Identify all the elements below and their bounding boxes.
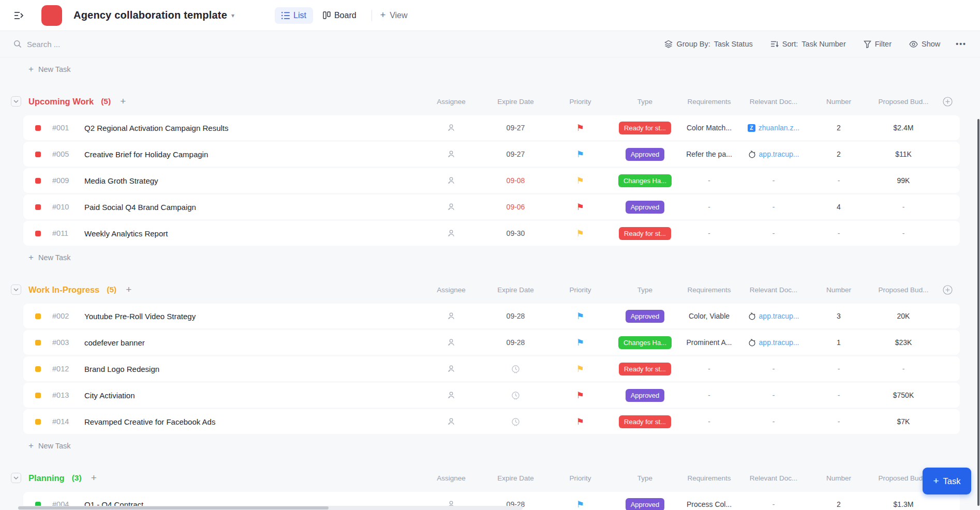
add-view-button[interactable]: + View [380,10,408,21]
number-cell[interactable]: 4 [806,203,871,211]
chevron-down-icon[interactable]: ▾ [231,12,234,19]
task-row[interactable]: #003codefever banner09-28⚑Changes Ha...P… [23,330,960,355]
relevant-doc-cell[interactable]: - [741,229,806,237]
priority-cell[interactable]: ⚑ [548,176,613,185]
assignee-cell[interactable] [419,338,483,347]
doc-link[interactable]: app.tracup... [748,312,799,320]
requirements-cell[interactable]: - [677,229,741,237]
type-badge[interactable]: Ready for st... [619,415,671,428]
number-cell[interactable]: 2 [806,124,871,132]
task-row[interactable]: #001Q2 Regional Activation Campaign Resu… [23,115,960,140]
type-badge[interactable]: Approved [626,389,665,402]
proposed-budget-cell[interactable]: $7K [871,417,936,426]
type-cell[interactable]: Changes Ha... [613,336,677,349]
type-cell[interactable]: Approved [613,310,677,323]
expire-date-cell[interactable]: 09-08 [483,176,548,185]
proposed-budget-cell[interactable]: - [871,203,936,211]
priority-cell[interactable]: ⚑ [548,391,613,400]
type-badge[interactable]: Changes Ha... [618,174,672,187]
requirements-cell[interactable]: Color Match... [677,124,741,132]
priority-cell[interactable]: ⚑ [548,229,613,238]
priority-cell[interactable]: ⚑ [548,203,613,212]
relevant-doc-cell[interactable]: - [741,176,806,185]
number-cell[interactable]: 3 [806,312,871,320]
proposed-budget-cell[interactable]: - [871,365,936,373]
more-options-icon[interactable]: ••• [956,40,967,48]
requirements-cell[interactable]: - [677,391,741,399]
add-task-to-group-button[interactable]: + [126,284,131,295]
requirements-cell[interactable]: - [677,176,741,185]
assignee-cell[interactable] [419,202,483,212]
relevant-doc-cell[interactable]: app.tracup... [741,150,806,158]
type-cell[interactable]: Ready for st... [613,122,677,134]
tab-board[interactable]: Board [316,7,363,24]
requirements-cell[interactable]: - [677,365,741,373]
type-cell[interactable]: Ready for st... [613,363,677,376]
group-by-control[interactable]: Group By: Task Status [664,40,752,48]
task-row[interactable]: #013City Activiation⚑Approved---$750K [23,383,960,408]
filter-button[interactable]: Filter [864,40,892,48]
requirements-cell[interactable]: - [677,203,741,211]
assignee-cell[interactable] [419,311,483,321]
task-row[interactable]: #014Revamped Creative for Facebook Ads⚑R… [23,409,960,434]
assignee-cell[interactable] [419,123,483,132]
relevant-doc-cell[interactable]: app.tracup... [741,312,806,320]
proposed-budget-cell[interactable]: 99K [871,176,936,185]
type-badge[interactable]: Ready for st... [619,227,671,240]
type-cell[interactable]: Approved [613,389,677,402]
add-task-to-group-button[interactable]: + [91,472,97,484]
expire-date-cell[interactable]: 09-30 [483,229,548,237]
collapse-group-button[interactable] [11,284,21,295]
type-cell[interactable]: Approved [613,148,677,161]
proposed-budget-cell[interactable]: $23K [871,338,936,347]
expire-date-cell[interactable] [483,417,548,426]
relevant-doc-cell[interactable]: - [741,500,806,508]
add-column-button[interactable] [936,285,960,295]
horizontal-scrollbar[interactable] [18,506,329,509]
proposed-budget-cell[interactable]: $1.3M [871,500,936,508]
priority-cell[interactable]: ⚑ [548,312,613,321]
task-row[interactable]: #009Media Groth Strategy09-08⚑Changes Ha… [23,168,960,193]
project-logo[interactable] [41,5,62,26]
relevant-doc-cell[interactable]: - [741,365,806,373]
assignee-cell[interactable] [419,229,483,238]
new-task-button-top[interactable]: +New Task [28,62,71,77]
type-badge[interactable]: Ready for st... [619,122,671,134]
relevant-doc-cell[interactable]: - [741,203,806,211]
priority-cell[interactable]: ⚑ [548,500,613,509]
proposed-budget-cell[interactable]: $750K [871,391,936,399]
proposed-budget-cell[interactable]: $2.4M [871,124,936,132]
task-row[interactable]: #011Weekly Analytics Report09-30⚑Ready f… [23,221,960,246]
type-cell[interactable]: Approved [613,201,677,214]
type-badge[interactable]: Approved [626,310,665,323]
task-row[interactable]: #005Creative Brief for Holiday Campagin0… [23,142,960,167]
relevant-doc-cell[interactable]: - [741,391,806,399]
collapse-group-button[interactable] [11,473,21,483]
doc-link[interactable]: app.tracup... [748,150,799,158]
proposed-budget-cell[interactable]: 20K [871,312,936,320]
assignee-cell[interactable] [419,391,483,400]
priority-cell[interactable]: ⚑ [548,150,613,159]
doc-link[interactable]: Zzhuanlan.z... [748,124,799,132]
proposed-budget-cell[interactable]: $11K [871,150,936,158]
show-button[interactable]: Show [909,40,940,48]
new-task-button-upcoming-work[interactable]: +New Task [28,250,71,265]
proposed-budget-cell[interactable]: - [871,229,936,237]
number-cell[interactable]: - [806,229,871,237]
requirements-cell[interactable]: Color, Viable [677,312,741,320]
relevant-doc-cell[interactable]: - [741,417,806,426]
type-badge[interactable]: Approved [626,201,665,214]
task-row[interactable]: #002Youtube Pre-Roll Video Strategy09-28… [23,304,960,328]
number-cell[interactable]: 2 [806,500,871,508]
assignee-cell[interactable] [419,364,483,373]
collapse-group-button[interactable] [11,96,21,107]
priority-cell[interactable]: ⚑ [548,417,613,426]
new-task-button-work-in-progress[interactable]: +New Task [28,438,71,454]
number-cell[interactable]: 1 [806,338,871,347]
sidebar-toggle-icon[interactable] [12,9,26,22]
expire-date-cell[interactable] [483,365,548,373]
number-cell[interactable]: 2 [806,150,871,158]
add-task-to-group-button[interactable]: + [120,96,126,107]
number-cell[interactable]: - [806,365,871,373]
expire-date-cell[interactable]: 09-28 [483,312,548,320]
